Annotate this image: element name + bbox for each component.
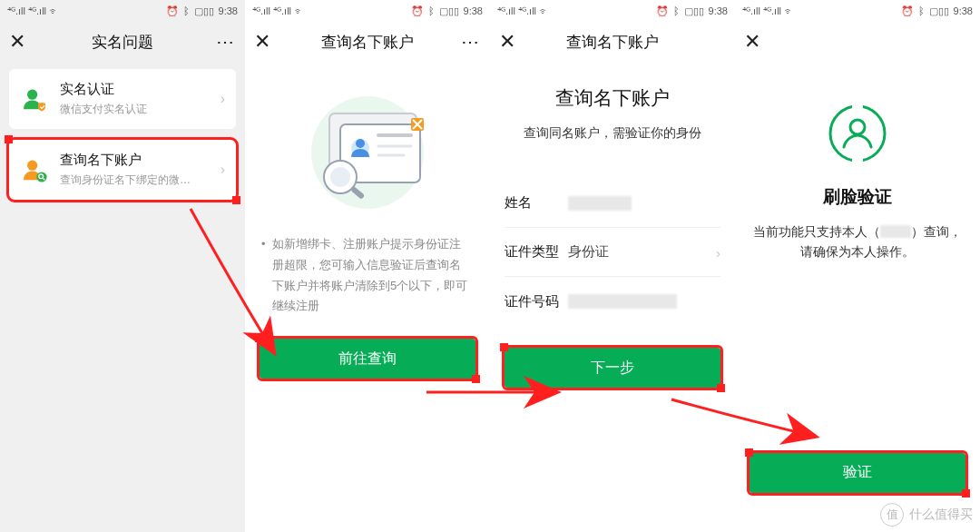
screen-query-intro: ⁴ᴳ.ıll ⁴ᴳ.ıll ᯤ ⏰ᛒ ▢▯▯9:38 ✕ 查询名下账户 ⋯: [245, 0, 490, 532]
verify-button[interactable]: 验证: [750, 453, 965, 493]
card-real-name-auth[interactable]: 实名认证 微信支付实名认证 ›: [9, 69, 236, 129]
more-icon[interactable]: ⋯: [461, 22, 481, 62]
nav-title: 查询名下账户: [566, 32, 659, 53]
status-bar: ⁴ᴳ.ıll ⁴ᴳ.ıll ᯤ ⏰ᛒ ▢▯▯9:38: [735, 0, 980, 22]
close-icon[interactable]: ✕: [254, 22, 270, 62]
nav-title: 实名问题: [92, 32, 153, 53]
svg-point-0: [27, 90, 37, 100]
close-icon[interactable]: ✕: [744, 22, 760, 62]
screen-realname-menu: ⁴ᴳ.ıll ⁴ᴳ.ıll ᯤ ⏰ᛒ ▢▯▯9:38 ✕ 实名问题 ⋯: [0, 0, 245, 532]
status-bar: ⁴ᴳ.ıll ⁴ᴳ.ıll ᯤ ⏰ᛒ ▢▯▯9:38: [245, 0, 490, 22]
card-title: 实名认证: [60, 81, 223, 98]
nav-bar: ✕ 实名问题 ⋯: [0, 22, 245, 62]
svg-rect-21: [852, 104, 863, 112]
svg-point-1: [27, 161, 37, 171]
id-type-value: 身份证: [568, 243, 609, 261]
nav-bar: ✕ 查询名下账户 ⋯: [245, 22, 490, 62]
nav-bar: ✕: [735, 22, 980, 62]
nav-title: 查询名下账户: [321, 32, 414, 53]
page-title: 查询名下账户: [490, 85, 735, 111]
face-verify-desc: 当前功能只支持本人（）查询，请确保为本人操作。: [751, 222, 964, 262]
more-icon[interactable]: ⋯: [216, 22, 236, 62]
page-subtitle: 查询同名账户，需验证你的身份: [512, 123, 713, 143]
row-id-number[interactable]: 证件号码: [505, 277, 720, 326]
chevron-right-icon: ›: [716, 244, 720, 260]
face-icon: [826, 102, 889, 165]
chevron-right-icon: ›: [220, 162, 225, 178]
chevron-right-icon: ›: [220, 91, 225, 107]
row-id-type[interactable]: 证件类型 身份证 ›: [505, 228, 720, 277]
person-search-icon: [20, 155, 49, 184]
watermark-badge: 值: [880, 503, 904, 527]
card-title: 查询名下账户: [60, 152, 223, 169]
status-bar: ⁴ᴳ.ıll ⁴ᴳ.ıll ᯤ ⏰ᛒ ▢▯▯9:38: [490, 0, 735, 22]
close-icon[interactable]: ✕: [499, 22, 515, 62]
svg-rect-22: [852, 155, 863, 163]
redacted-id-number: [568, 294, 677, 309]
redacted-name-inline: [880, 225, 911, 238]
go-query-button[interactable]: 前往查询: [260, 339, 475, 379]
screen-query-form: ⁴ᴳ.ıll ⁴ᴳ.ıll ᯤ ⏰ᛒ ▢▯▯9:38 ✕ 查询名下账户 查询名下…: [490, 0, 735, 532]
svg-point-12: [356, 139, 365, 148]
note-text: 如新增绑卡、注册账户提示身份证注册超限，您可输入信息验证后查询名下账户并将账户清…: [245, 234, 490, 317]
close-icon[interactable]: ✕: [9, 22, 25, 62]
watermark-text: 什么值得买: [909, 507, 973, 523]
card-subtitle: 微信支付实名认证: [60, 102, 223, 117]
status-bar: ⁴ᴳ.ıll ⁴ᴳ.ıll ᯤ ⏰ᛒ ▢▯▯9:38: [0, 0, 245, 22]
row-name[interactable]: 姓名: [505, 179, 720, 228]
next-step-button[interactable]: 下一步: [505, 348, 720, 388]
watermark: 值 什么值得买: [880, 503, 973, 527]
redacted-name: [568, 196, 632, 211]
person-badge-icon: [20, 84, 49, 113]
svg-point-20: [850, 120, 865, 134]
svg-point-2: [36, 172, 46, 182]
face-verify-title: 刷脸验证: [735, 185, 980, 209]
svg-point-17: [330, 167, 350, 187]
id-card-illustration: [245, 62, 490, 234]
nav-bar: ✕ 查询名下账户: [490, 22, 735, 62]
card-subtitle: 查询身份证名下绑定的微…: [60, 172, 223, 188]
card-query-accounts[interactable]: 查询名下账户 查询身份证名下绑定的微… ›: [9, 140, 236, 200]
screen-face-verify: ⁴ᴳ.ıll ⁴ᴳ.ıll ᯤ ⏰ᛒ ▢▯▯9:38 ✕ 刷脸验证 当前功能只支…: [735, 0, 980, 532]
